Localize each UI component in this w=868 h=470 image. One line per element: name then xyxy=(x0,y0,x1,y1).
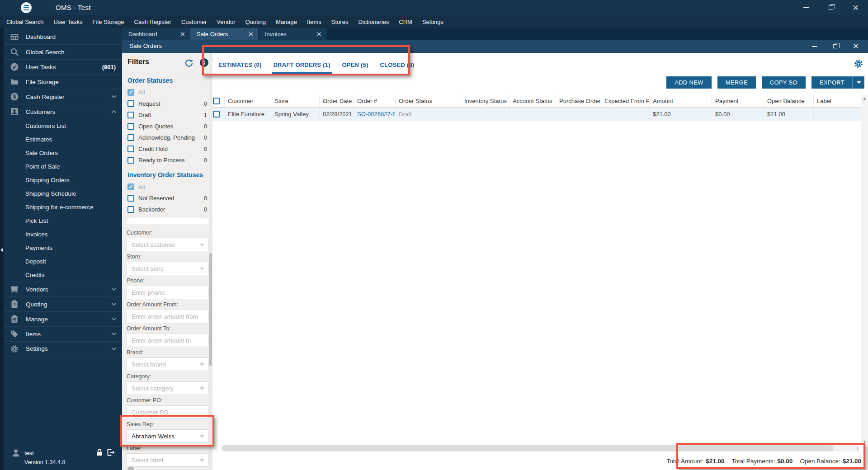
menu-file-storage[interactable]: File Storage xyxy=(87,15,129,28)
sidebar-item-items[interactable]: Items xyxy=(4,326,122,341)
column-header[interactable]: Amount xyxy=(650,95,712,107)
sidebar-item-deposit[interactable]: Deposit xyxy=(4,254,122,268)
filter-order-status-acknowledg-pending[interactable]: Acknowledg. Pending0 xyxy=(122,132,212,143)
sidebar-item-shipping-orders[interactable]: Shipping Orders xyxy=(4,173,122,187)
tab-closed[interactable]: CLOSED (8) xyxy=(378,61,415,72)
filter-order-status-draft[interactable]: Draft1 xyxy=(122,109,212,121)
checkbox[interactable] xyxy=(127,146,134,152)
menu-items[interactable]: Items xyxy=(302,15,326,28)
tab-open[interactable]: OPEN (5) xyxy=(341,61,370,72)
close-icon[interactable]: ✕ xyxy=(176,31,185,38)
tab-dashboard[interactable]: Dashboard ✕ xyxy=(122,28,190,40)
sidebar-item-credits[interactable]: Credits xyxy=(4,268,122,282)
grid-horizontal-scrollbar[interactable]: › xyxy=(222,445,859,451)
lock-icon[interactable] xyxy=(95,448,104,457)
checkbox[interactable] xyxy=(127,112,134,118)
brand-select[interactable]: Select brand xyxy=(127,357,209,371)
filter-order-status-ready-to-process[interactable]: Ready to Process0 xyxy=(122,155,212,166)
filter-order-status-request[interactable]: Request0 xyxy=(122,98,212,109)
tab-draft-orders[interactable]: DRAFT ORDERS (1) xyxy=(272,61,332,74)
column-header[interactable]: Order # xyxy=(354,95,396,107)
checkbox[interactable] xyxy=(213,111,220,118)
menu-manage[interactable]: Manage xyxy=(271,15,302,28)
menu-stores[interactable]: Stores xyxy=(326,15,354,28)
export-dropdown-button[interactable] xyxy=(853,76,864,89)
menu-dictionaries[interactable]: Dictionaries xyxy=(353,15,394,28)
grid-vertical-scrollbar[interactable]: ▲▼ xyxy=(861,95,868,445)
sidebar-item-customers-list[interactable]: Customers List xyxy=(4,119,122,132)
checkbox[interactable] xyxy=(127,157,134,164)
sidebar-item-shipping-ecommerce[interactable]: Shipping for e-commerce xyxy=(4,200,122,214)
panel-close-button[interactable]: ✕ xyxy=(845,40,866,53)
restore-button[interactable] xyxy=(818,0,843,15)
sidebar-item-global-search[interactable]: Global Search xyxy=(4,44,122,59)
sidebar-item-point-of-sale[interactable]: Point of Sale xyxy=(4,160,122,173)
sidebar-item-vendors[interactable]: Vendors xyxy=(4,282,122,296)
column-header[interactable]: Order Date xyxy=(320,95,354,107)
sidebar-item-shipping-schedule[interactable]: Shipping Schedule xyxy=(4,187,122,200)
add-new-button[interactable]: ADD NEW xyxy=(666,76,712,89)
menu-crm[interactable]: CRM xyxy=(394,15,417,28)
checkbox[interactable] xyxy=(213,98,220,104)
menu-cash-register[interactable]: Cash Register xyxy=(129,15,176,28)
sidebar-item-customers[interactable]: Customers xyxy=(4,104,122,119)
collapse-filters-icon[interactable] xyxy=(200,58,208,67)
sidebar-item-file-storage[interactable]: File Storage xyxy=(4,74,122,89)
filter-order-status-credit-hold[interactable]: Credit Hold0 xyxy=(122,143,212,155)
sidebar-item-settings[interactable]: Settings xyxy=(4,341,122,356)
sidebar-item-payments[interactable]: Payments xyxy=(4,241,122,254)
refresh-icon[interactable] xyxy=(184,58,193,67)
tab-estimates[interactable]: ESTIMATES (0) xyxy=(217,61,263,72)
sales-rep-select[interactable]: Abraham Weiss xyxy=(127,429,209,443)
checkbox[interactable] xyxy=(127,195,134,202)
column-header[interactable]: Inventory Status xyxy=(461,95,509,107)
merge-button[interactable]: MERGE xyxy=(717,76,756,89)
sidebar-item-user-tasks[interactable]: User Tasks (901) xyxy=(4,59,122,74)
column-header[interactable]: Purchase Order # xyxy=(556,95,601,107)
filter-order-status-open-quotes[interactable]: Open Quotes0 xyxy=(122,121,212,132)
column-header[interactable]: Payment xyxy=(712,95,764,107)
close-icon[interactable]: ✕ xyxy=(312,31,322,38)
checkbox-checked[interactable] xyxy=(127,183,134,190)
sidebar-collapse-icon[interactable] xyxy=(0,248,3,252)
filter-order-status-all[interactable]: All xyxy=(122,87,212,98)
close-icon[interactable]: ✕ xyxy=(244,31,254,38)
sidebar-item-dashboard[interactable]: Dashboard xyxy=(4,29,122,44)
table-row[interactable]: Elite Furniture Spring Valley 02/28/2021… xyxy=(212,108,861,121)
menu-quoting[interactable]: Quoting xyxy=(240,15,271,28)
order-amount-from-input[interactable]: Enter order amount from xyxy=(127,310,209,323)
sidebar-item-pick-list[interactable]: Pick List xyxy=(4,214,122,227)
sidebar-item-quoting[interactable]: ? Quoting xyxy=(4,296,122,311)
label-select[interactable]: Select label xyxy=(127,453,209,467)
tab-sale-orders[interactable]: Sale Orders ✕ xyxy=(190,28,258,40)
minimize-button[interactable] xyxy=(793,0,818,15)
category-select[interactable]: Select category xyxy=(127,381,209,395)
sidebar-item-invoices[interactable]: Invoices xyxy=(4,227,122,241)
tab-invoices[interactable]: Invoices ✕ xyxy=(259,28,326,40)
column-header[interactable]: Customer xyxy=(225,95,271,107)
menu-customer[interactable]: Customer xyxy=(176,15,212,28)
checkbox[interactable] xyxy=(127,206,134,213)
order-number-link[interactable]: SO-0026827-D xyxy=(354,108,396,121)
sidebar-item-sale-orders[interactable]: Sale Orders xyxy=(4,146,122,160)
column-header[interactable]: Store xyxy=(271,95,320,107)
filter-inventory-backorder[interactable]: Backorder0 xyxy=(122,204,212,215)
phone-input[interactable]: Enter phone xyxy=(127,286,209,299)
menu-vendor[interactable]: Vendor xyxy=(212,15,240,28)
customer-select[interactable]: Select customer xyxy=(127,238,209,251)
menu-global-search[interactable]: Global Search xyxy=(1,15,48,28)
column-header[interactable]: Account Status xyxy=(509,95,556,107)
filter-inventory-all[interactable]: All xyxy=(122,181,212,193)
checkbox[interactable] xyxy=(127,134,134,141)
menu-user-tasks[interactable]: User Tasks xyxy=(48,15,87,28)
sidebar-item-cash-register[interactable]: $ Cash Register xyxy=(4,89,122,104)
filter-inventory-not-reserved[interactable]: Not Reserved0 xyxy=(122,193,212,204)
filters-horizontal-scrollbar[interactable] xyxy=(127,218,209,224)
sidebar-item-estimates[interactable]: Estimates xyxy=(4,132,122,146)
checkbox[interactable] xyxy=(127,100,134,107)
menu-settings[interactable]: Settings xyxy=(417,15,448,28)
export-button[interactable]: EXPORT xyxy=(811,76,853,89)
customer-po-input[interactable]: Customer PO xyxy=(127,405,209,419)
checkbox-checked[interactable] xyxy=(127,89,134,96)
sidebar-item-manage[interactable]: Manage xyxy=(4,311,122,326)
